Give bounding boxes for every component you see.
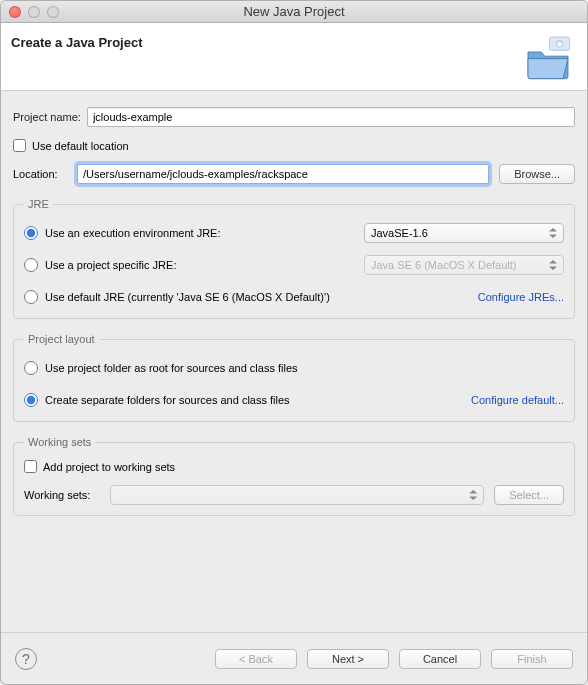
project-specific-label: Use a project specific JRE: (45, 259, 176, 271)
exec-env-radio[interactable] (24, 226, 38, 240)
traffic-lights (9, 6, 59, 18)
use-default-location-label: Use default location (32, 140, 129, 152)
root-folder-label: Use project folder as root for sources a… (45, 362, 298, 374)
configure-jres-link[interactable]: Configure JREs... (478, 291, 564, 303)
add-working-sets-label: Add project to working sets (43, 461, 175, 473)
layout-group: Project layout Use project folder as roo… (13, 333, 575, 422)
help-icon[interactable]: ? (15, 648, 37, 670)
exec-env-select[interactable]: JavaSE-1.6 (364, 223, 564, 243)
next-button[interactable]: Next > (307, 649, 389, 669)
exec-env-label: Use an execution environment JRE: (45, 227, 220, 239)
separate-folders-radio[interactable] (24, 393, 38, 407)
default-jre-radio[interactable] (24, 290, 38, 304)
maximize-icon[interactable] (47, 6, 59, 18)
jre-group: JRE Use an execution environment JRE: Ja… (13, 198, 575, 319)
add-working-sets-row: Add project to working sets (24, 460, 564, 473)
footer: ? < Back Next > Cancel Finish (1, 632, 587, 684)
location-label: Location: (13, 168, 67, 180)
exec-env-option[interactable]: Use an execution environment JRE: (24, 226, 220, 240)
banner: Create a Java Project (1, 23, 587, 91)
location-row: Location: Browse... (13, 164, 575, 184)
project-specific-radio[interactable] (24, 258, 38, 272)
cancel-button[interactable]: Cancel (399, 649, 481, 669)
add-working-sets-checkbox[interactable] (24, 460, 37, 473)
titlebar: New Java Project (1, 1, 587, 23)
root-folder-radio[interactable] (24, 361, 38, 375)
project-name-row: Project name: (13, 107, 575, 127)
browse-button[interactable]: Browse... (499, 164, 575, 184)
project-specific-select: Java SE 6 (MacOS X Default) (364, 255, 564, 275)
working-sets-select (110, 485, 484, 505)
close-icon[interactable] (9, 6, 21, 18)
project-name-label: Project name: (13, 111, 81, 123)
working-sets-group: Working sets Add project to working sets… (13, 436, 575, 516)
project-specific-option[interactable]: Use a project specific JRE: (24, 258, 176, 272)
configure-default-link[interactable]: Configure default... (471, 394, 564, 406)
use-default-location-checkbox[interactable] (13, 139, 26, 152)
working-sets-legend: Working sets (24, 436, 95, 448)
location-input[interactable] (77, 164, 489, 184)
window-title: New Java Project (1, 4, 587, 19)
default-jre-label: Use default JRE (currently 'Java SE 6 (M… (45, 291, 330, 303)
wizard-image-folder-icon (523, 33, 573, 83)
separate-folders-label: Create separate folders for sources and … (45, 394, 290, 406)
project-name-input[interactable] (87, 107, 575, 127)
layout-legend: Project layout (24, 333, 99, 345)
default-jre-option[interactable]: Use default JRE (currently 'Java SE 6 (M… (24, 290, 330, 304)
select-working-sets-button: Select... (494, 485, 564, 505)
minimize-icon[interactable] (28, 6, 40, 18)
separate-folders-option[interactable]: Create separate folders for sources and … (24, 393, 290, 407)
root-folder-option[interactable]: Use project folder as root for sources a… (24, 361, 298, 375)
finish-button: Finish (491, 649, 573, 669)
jre-legend: JRE (24, 198, 53, 210)
back-button: < Back (215, 649, 297, 669)
footer-buttons: < Back Next > Cancel Finish (215, 649, 573, 669)
page-title: Create a Java Project (11, 35, 143, 50)
content-area: Project name: Use default location Locat… (1, 91, 587, 632)
working-sets-row: Working sets: Select... (24, 485, 564, 505)
working-sets-label: Working sets: (24, 489, 100, 501)
use-default-location-row: Use default location (13, 139, 575, 152)
